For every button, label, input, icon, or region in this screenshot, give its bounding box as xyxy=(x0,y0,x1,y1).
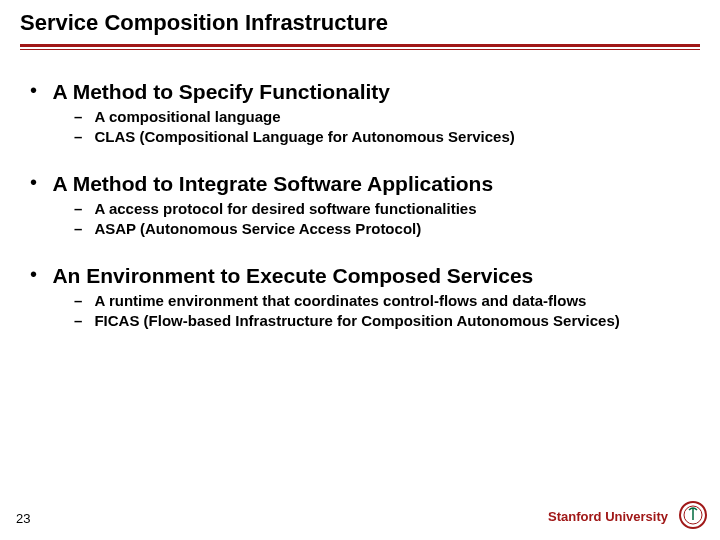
sub-item: – A access protocol for desired software… xyxy=(74,200,674,218)
sub-list: – A compositional language – CLAS (Compo… xyxy=(74,108,694,146)
org-name: Stanford University xyxy=(548,509,668,524)
sub-item: – FICAS (Flow-based Infrastructure for C… xyxy=(74,312,674,330)
slide-footer: 23 Stanford University xyxy=(0,500,720,530)
sub-text: A runtime environment that coordinates c… xyxy=(94,292,586,309)
slide: Service Composition Infrastructure • A M… xyxy=(0,0,720,540)
dash-icon: – xyxy=(74,220,90,237)
sub-item: – CLAS (Compositional Language for Auton… xyxy=(74,128,674,146)
sub-text: ASAP (Autonomous Service Access Protocol… xyxy=(94,220,421,237)
bullet-item: • An Environment to Execute Composed Ser… xyxy=(30,264,694,288)
bullet-icon: • xyxy=(30,80,48,100)
sub-list: – A runtime environment that coordinates… xyxy=(74,292,694,330)
bullet-icon: • xyxy=(30,264,48,284)
sub-item: – ASAP (Autonomous Service Access Protoc… xyxy=(74,220,674,238)
slide-title: Service Composition Infrastructure xyxy=(20,10,700,42)
sub-list: – A access protocol for desired software… xyxy=(74,200,694,238)
bullet-text: A Method to Integrate Software Applicati… xyxy=(52,172,493,196)
sub-text: A compositional language xyxy=(94,108,280,125)
bullet-text: An Environment to Execute Composed Servi… xyxy=(52,264,533,288)
bullet-text: A Method to Specify Functionality xyxy=(52,80,390,104)
dash-icon: – xyxy=(74,108,90,125)
sub-text: CLAS (Compositional Language for Autonom… xyxy=(94,128,514,145)
bullet-item: • A Method to Specify Functionality xyxy=(30,80,694,104)
slide-content: • A Method to Specify Functionality – A … xyxy=(20,50,700,330)
dash-icon: – xyxy=(74,200,90,217)
org-seal-icon xyxy=(678,500,708,530)
page-number: 23 xyxy=(16,511,30,526)
dash-icon: – xyxy=(74,292,90,309)
sub-text: FICAS (Flow-based Infrastructure for Com… xyxy=(94,312,619,329)
title-rule-thick xyxy=(20,44,700,47)
sub-item: – A compositional language xyxy=(74,108,674,126)
sub-item: – A runtime environment that coordinates… xyxy=(74,292,674,310)
sub-text: A access protocol for desired software f… xyxy=(94,200,476,217)
bullet-icon: • xyxy=(30,172,48,192)
dash-icon: – xyxy=(74,128,90,145)
dash-icon: – xyxy=(74,312,90,329)
bullet-item: • A Method to Integrate Software Applica… xyxy=(30,172,694,196)
